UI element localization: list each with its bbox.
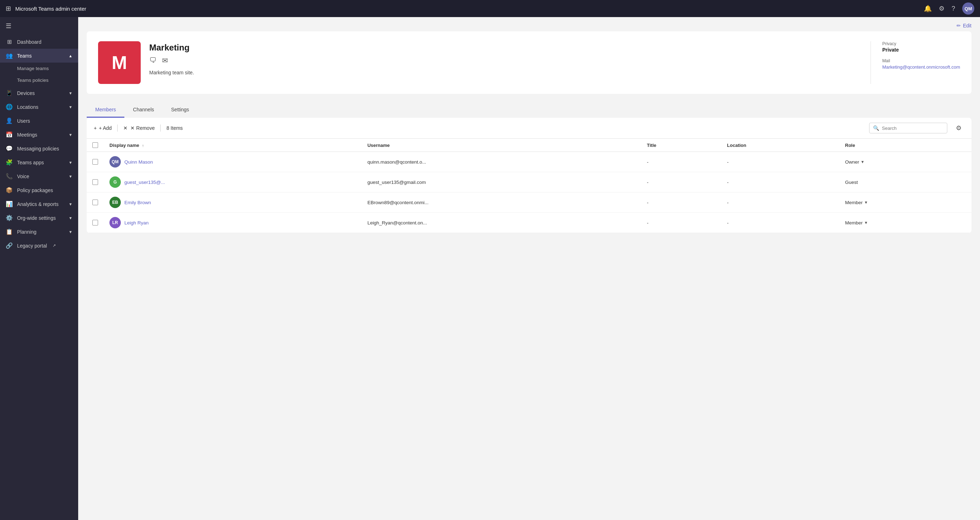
sidebar-label-policy: Policy packages [17,187,53,193]
mail-icon[interactable]: ✉ [162,56,168,65]
team-description: Marketing team site. [149,70,194,75]
user-avatar[interactable]: QM [962,3,974,14]
devices-chevron-icon: ▼ [68,91,73,95]
role-chevron-icon: ▼ [861,160,864,164]
row-checkbox[interactable] [92,159,98,165]
app-title: Microsoft Teams admin center [15,6,920,12]
member-name-link[interactable]: Leigh Ryan [124,220,148,225]
sidebar-item-voice[interactable]: 📞 Voice ▼ [0,169,78,183]
teams-apps-icon: 🧩 [6,159,13,166]
member-title: - [641,152,722,172]
topbar-actions: 🔔 ⚙ ? QM [924,3,974,14]
member-name-link[interactable]: Quinn Mason [124,160,153,165]
member-title: - [641,213,722,233]
chat-icon[interactable]: 🗨 [149,56,156,65]
mail-value[interactable]: Marketing@qcontent.onmicrosoft.com [882,64,960,70]
search-input[interactable] [882,126,943,131]
row-checkbox[interactable] [92,220,98,225]
edit-pencil-icon: ✏ [956,23,961,29]
bell-icon[interactable]: 🔔 [924,5,932,13]
sidebar-item-dashboard[interactable]: ⊞ Dashboard [0,35,78,49]
member-avatar: EB [110,197,121,208]
planning-chevron-icon: ▼ [68,230,73,234]
col-location[interactable]: Location [721,139,839,152]
hamburger-menu[interactable]: ☰ [0,17,78,35]
tab-members[interactable]: Members [87,102,124,118]
member-name-link[interactable]: guest_user135@... [124,180,165,185]
col-display-name[interactable]: Display name ↑ [104,139,362,152]
row-checkbox[interactable] [92,199,98,205]
add-button[interactable]: + + Add [94,125,111,131]
sidebar-item-planning[interactable]: 📋 Planning ▼ [0,225,78,239]
help-icon[interactable]: ? [951,5,955,13]
sidebar-item-teams-policies[interactable]: Teams policies [0,74,78,86]
gear-icon[interactable]: ⚙ [939,5,945,13]
sidebar-item-users[interactable]: 👤 Users [0,114,78,128]
members-toolbar: + + Add ✕ ✕ Remove 8 Items 🔍 ⚙ [87,118,972,139]
member-username: quinn.mason@qcontent.o... [362,152,641,172]
sidebar-item-analytics[interactable]: 📊 Analytics & reports ▼ [0,197,78,211]
teams-icon: 👥 [6,52,13,59]
sidebar-item-teams-apps[interactable]: 🧩 Teams apps ▼ [0,155,78,169]
sidebar-item-policy-packages[interactable]: 📦 Policy packages [0,183,78,197]
toolbar-divider-1 [117,124,118,132]
member-role[interactable]: Member ▼ [839,213,972,233]
meetings-chevron-icon: ▼ [68,133,73,137]
col-username[interactable]: Username [362,139,641,152]
member-location: - [721,192,839,213]
select-all-header [87,139,104,152]
external-link-icon: ↗ [52,243,56,248]
sidebar-label-org: Org-wide settings [17,215,56,221]
member-role[interactable]: Owner ▼ [839,152,972,172]
member-location: - [721,213,839,233]
teams-apps-chevron-icon: ▼ [68,160,73,165]
tab-channels[interactable]: Channels [124,102,162,118]
legacy-icon: 🔗 [6,242,13,249]
sidebar-item-manage-teams[interactable]: Manage teams [0,62,78,74]
sidebar-item-legacy-portal[interactable]: 🔗 Legacy portal ↗ [0,239,78,252]
mail-label: Mail [882,58,960,63]
main-layout: ☰ ⊞ Dashboard 👥 Teams ▲ Manage teams Tea… [0,17,980,520]
sidebar-label-planning: Planning [17,229,37,235]
member-role[interactable]: Member ▼ [839,192,972,213]
select-all-checkbox[interactable] [92,142,98,148]
sidebar-item-locations[interactable]: 🌐 Locations ▼ [0,100,78,114]
main-content: ✏ Edit M Marketing 🗨 ✉ Marketing team si… [78,17,980,520]
col-title[interactable]: Title [641,139,722,152]
search-icon: 🔍 [873,125,879,131]
messaging-icon: 💬 [6,145,13,152]
row-checkbox-cell [87,192,104,213]
sidebar-item-devices[interactable]: 📱 Devices ▼ [0,86,78,100]
table-row: QM Quinn Mason quinn.mason@qcontent.o...… [87,152,972,172]
analytics-chevron-icon: ▼ [68,202,73,206]
team-info: Marketing 🗨 ✉ Marketing team site. [149,41,194,84]
row-checkbox[interactable] [92,179,98,185]
sidebar-item-org-settings[interactable]: ⚙️ Org-wide settings ▼ [0,211,78,225]
tab-settings[interactable]: Settings [163,102,198,118]
remove-button[interactable]: ✕ ✕ Remove [123,125,154,131]
col-role[interactable]: Role [839,139,972,152]
team-name: Marketing [149,43,194,53]
sidebar-label-teams-apps: Teams apps [17,160,44,165]
search-box: 🔍 [869,123,947,133]
sidebar-item-meetings[interactable]: 📅 Meetings ▼ [0,128,78,142]
sidebar-item-teams[interactable]: 👥 Teams ▲ [0,49,78,62]
role-dropdown[interactable]: Owner ▼ [845,160,966,165]
sidebar-item-messaging-policies[interactable]: 💬 Messaging policies [0,142,78,155]
voice-chevron-icon: ▼ [68,174,73,179]
edit-button[interactable]: ✏ Edit [956,23,972,29]
member-title: - [641,192,722,213]
sidebar-label-locations: Locations [17,104,38,110]
table-settings-button[interactable]: ⚙ [953,123,964,133]
analytics-icon: 📊 [6,201,13,207]
role-dropdown[interactable]: Member ▼ [845,220,966,225]
sidebar-label-dashboard: Dashboard [17,39,41,45]
member-name-link[interactable]: Emily Brown [124,200,151,205]
member-name-cell: QM Quinn Mason [104,152,362,172]
member-name-cell: EB Emily Brown [104,192,362,213]
voice-icon: 📞 [6,173,13,180]
role-dropdown[interactable]: Member ▼ [845,200,966,205]
remove-icon: ✕ [123,125,127,131]
policy-icon: 📦 [6,187,13,193]
apps-icon[interactable]: ⊞ [6,5,11,13]
